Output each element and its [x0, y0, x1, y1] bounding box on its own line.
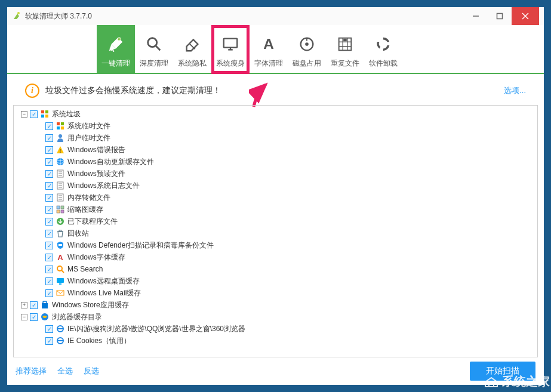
svg-rect-30: [61, 122, 64, 125]
checkbox[interactable]: [45, 254, 53, 261]
titlebar: 软媒清理大师 3.7.7.0: [7, 7, 544, 25]
expander-icon[interactable]: +: [21, 302, 27, 308]
select-all-link[interactable]: 全选: [57, 366, 73, 376]
svg-rect-24: [343, 38, 347, 41]
toolbar-label: 系统隐私: [178, 58, 207, 69]
checkbox[interactable]: [45, 206, 53, 214]
options-link[interactable]: 选项...: [504, 85, 526, 96]
toolbar-disk[interactable]: 磁盘占用: [288, 25, 326, 74]
expander-icon[interactable]: −: [21, 111, 27, 118]
checkbox[interactable]: [45, 277, 53, 285]
tree-item-label: IE\闪游\搜狗浏览器\傲游\QQ浏览器\世界之窗\360浏览器: [67, 324, 245, 334]
maximize-button[interactable]: [488, 7, 512, 25]
checkbox[interactable]: [30, 110, 38, 118]
checkbox[interactable]: [45, 134, 53, 142]
checkbox[interactable]: [45, 242, 53, 249]
tree-row: !Windows错误报告: [15, 144, 536, 156]
tree-row: Windows远程桌面缓存: [15, 275, 536, 287]
svg-point-17: [305, 42, 309, 46]
expander-icon[interactable]: −: [21, 314, 27, 320]
checkbox[interactable]: [45, 337, 53, 345]
mail-icon: [56, 288, 65, 298]
footer: 推荐选择 全选 反选 开始扫描: [7, 357, 544, 385]
tree-row: Windows系统日志文件: [15, 180, 536, 192]
tree-row: −系统垃圾: [15, 108, 536, 120]
checkbox[interactable]: [45, 194, 53, 202]
toolbar-eraser[interactable]: 系统隐私: [173, 25, 211, 74]
checkbox[interactable]: [45, 266, 53, 273]
recommend-link[interactable]: 推荐选择: [16, 366, 47, 376]
info-bar: i 垃圾文件过多会拖慢系统速度，建议定期清理！ 选项...: [13, 79, 538, 103]
doc-icon: [56, 181, 65, 190]
tree-row: IE Cookies（慎用）: [15, 335, 536, 347]
monitor-icon: [221, 31, 239, 57]
invert-link[interactable]: 反选: [84, 366, 99, 376]
svg-rect-32: [61, 126, 64, 129]
svg-rect-27: [41, 115, 44, 118]
warn-icon: !: [56, 145, 65, 155]
checkbox[interactable]: [45, 158, 53, 166]
doc-icon: [56, 169, 65, 178]
checkbox[interactable]: [45, 325, 53, 333]
svg-point-9: [148, 38, 157, 47]
checkbox[interactable]: [45, 146, 53, 154]
tree-item-label: Windows Live Mail缓存: [67, 288, 141, 298]
toolbar-monitor[interactable]: 系统瘦身: [211, 25, 250, 74]
svg-rect-26: [45, 110, 48, 113]
checkbox[interactable]: [45, 182, 53, 190]
grid-icon: [336, 31, 354, 57]
toolbar-font[interactable]: A字体清理: [250, 25, 288, 74]
tree-row: 用户临时文件: [15, 132, 536, 144]
tree-item-label: 系统临时文件: [67, 121, 110, 131]
svg-point-33: [59, 134, 62, 138]
tree-row: Windows Live Mail缓存: [15, 287, 536, 299]
checkbox[interactable]: [45, 170, 53, 178]
toolbar: 1一键清理深度清理系统隐私系统瘦身A字体清理磁盘占用重复文件软件卸载: [7, 25, 544, 74]
close-button[interactable]: [512, 7, 539, 25]
info-text: 垃圾文件过多会拖慢系统速度，建议定期清理！: [45, 85, 504, 96]
tree-item-label: Windows Defender扫描记录和病毒库备份文件: [67, 240, 214, 251]
tree-item-label: 用户临时文件: [67, 133, 110, 143]
toolbar-search[interactable]: 深度清理: [135, 25, 173, 74]
checkbox[interactable]: [45, 122, 53, 130]
watermark: 系统之家: [483, 374, 550, 390]
checkbox[interactable]: [45, 218, 53, 226]
info-icon: i: [25, 84, 39, 98]
toolbar-grid[interactable]: 重复文件: [326, 25, 364, 74]
minimize-button[interactable]: [464, 7, 488, 25]
doc-icon: [56, 193, 65, 202]
svg-rect-64: [42, 303, 48, 308]
svg-rect-52: [57, 210, 60, 213]
checkbox[interactable]: [45, 289, 53, 297]
svg-rect-50: [57, 206, 60, 209]
tree-row: AWindows字体缓存: [15, 251, 536, 263]
bin-icon: [56, 229, 65, 238]
shield-icon: [56, 240, 65, 250]
checkbox[interactable]: [45, 230, 53, 237]
search-y-icon: [56, 264, 65, 274]
toolbar-recycle[interactable]: 软件卸载: [364, 25, 402, 74]
tree-item-label: 内存转储文件: [67, 193, 110, 203]
svg-rect-12: [224, 38, 238, 47]
svg-rect-56: [59, 230, 61, 232]
app-window: 软媒清理大师 3.7.7.0 1一键清理深度清理系统隐私系统瘦身A字体清理磁盘占…: [7, 7, 544, 385]
svg-text:A: A: [57, 253, 63, 261]
tree-item-label: Windows远程桌面缓存: [67, 276, 140, 286]
user-icon: [56, 133, 65, 143]
toolbar-label: 一键清理: [101, 58, 130, 69]
toolbar-brush[interactable]: 1一键清理: [97, 25, 135, 74]
checkbox[interactable]: [30, 313, 38, 321]
svg-text:1: 1: [118, 38, 120, 41]
tree-item-label: Windows字体缓存: [67, 252, 125, 263]
checkbox[interactable]: [30, 301, 38, 309]
font-icon: A: [260, 31, 278, 57]
svg-line-10: [156, 45, 161, 50]
tree-panel[interactable]: −系统垃圾系统临时文件用户临时文件!Windows错误报告Windows自动更新…: [13, 105, 538, 357]
app-title: 软媒清理大师 3.7.7.0: [25, 11, 464, 21]
tree-row: Windows Defender扫描记录和病毒库备份文件: [15, 239, 536, 251]
tree-row: 内存转储文件: [15, 192, 536, 203]
tree-row: 回收站: [15, 227, 536, 239]
svg-rect-31: [57, 126, 60, 129]
tree-row: IE\闪游\搜狗浏览器\傲游\QQ浏览器\世界之窗\360浏览器: [15, 323, 536, 335]
svg-rect-53: [61, 210, 64, 213]
